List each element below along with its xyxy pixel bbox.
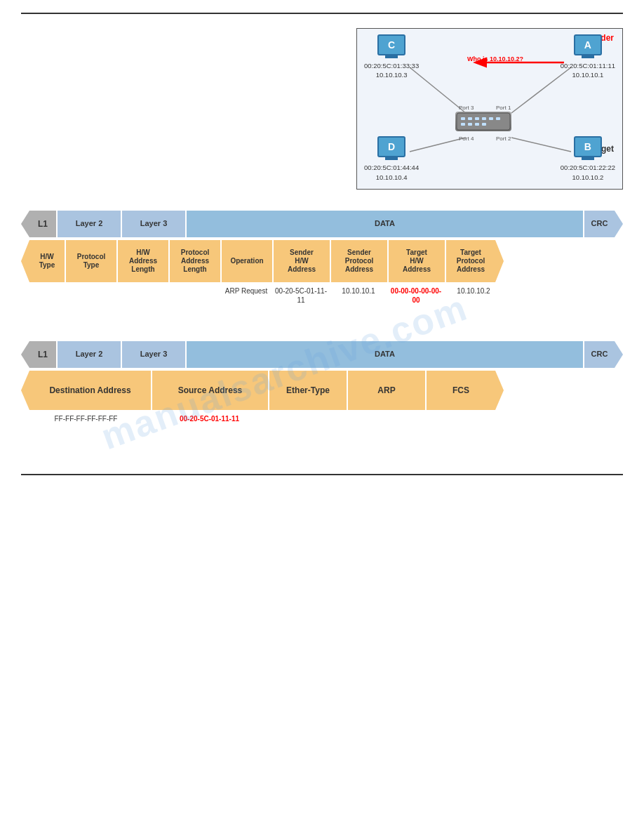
val-protocol-type xyxy=(65,285,116,306)
computer-icon-a: A xyxy=(574,34,602,55)
switch-icon xyxy=(455,112,511,131)
layer3-cell-eth: Layer 3 xyxy=(122,341,185,368)
network-diagram: Sender A 00:20:5C:01:11:1110.10.10.1 C 0… xyxy=(356,28,623,190)
layer2-cell-arp: Layer 2 xyxy=(58,211,121,237)
layer2-cell-eth: Layer 2 xyxy=(58,341,121,368)
sender-protocol-address-cell: Sender Protocol Address xyxy=(331,240,387,282)
val-target-proto: 10.10.10.2 xyxy=(445,285,502,306)
svg-rect-7 xyxy=(468,117,472,120)
network-diagram-container: Sender A 00:20:5C:01:11:1110.10.10.1 C 0… xyxy=(21,28,623,190)
val-ether-type xyxy=(268,413,347,425)
dest-addr-cell: Destination Address xyxy=(21,371,151,410)
l1-cell: L1 xyxy=(21,211,56,237)
node-b-label: 00:20:5C:01:22:2210.10.10.2 xyxy=(561,163,615,182)
port1-label: Port 1 xyxy=(496,105,511,111)
svg-rect-10 xyxy=(489,117,493,120)
val-dest-addr: FF-FF-FF-FF-FF-FF xyxy=(21,413,151,425)
val-src-addr: 00-20-5C-01-11-11 xyxy=(151,413,268,425)
page-content: Sender A 00:20:5C:01:11:1110.10.10.1 C 0… xyxy=(0,14,644,446)
bottom-rule xyxy=(21,474,623,475)
svg-rect-11 xyxy=(496,117,500,120)
val-sender-proto: 10.10.10.1 xyxy=(330,285,387,306)
data-cell-eth: DATA xyxy=(187,341,583,368)
crc-cell-eth: CRC xyxy=(584,341,623,368)
svg-rect-12 xyxy=(461,123,465,126)
hw-address-length-cell: H/W Address Length xyxy=(118,240,168,282)
svg-rect-13 xyxy=(468,123,472,126)
node-b: B 00:20:5C:01:22:2210.10.10.2 xyxy=(561,136,615,182)
val-hw-type xyxy=(21,285,65,306)
svg-rect-15 xyxy=(482,123,486,126)
eth-row2: Destination Address Source Address Ether… xyxy=(21,371,623,410)
hw-type-cell: H/W Type xyxy=(21,240,65,282)
arp-row2: H/W Type Protocol Type H/W Address Lengt… xyxy=(21,240,623,282)
ethernet-section: L1 Layer 2 Layer 3 DATA CRC Destination … xyxy=(21,341,623,425)
protocol-address-length-cell: Protocol Address Length xyxy=(170,240,220,282)
val-arp xyxy=(347,413,425,425)
eth-row1: L1 Layer 2 Layer 3 DATA CRC xyxy=(21,341,623,368)
val-fcs xyxy=(425,413,504,425)
val-target-hw: 00-00-00-00-00-00 xyxy=(387,285,445,306)
src-addr-cell: Source Address xyxy=(152,371,268,410)
val-proto-addr-len xyxy=(168,285,220,306)
svg-rect-5 xyxy=(457,113,510,130)
protocol-type-cell: Protocol Type xyxy=(66,240,116,282)
svg-rect-14 xyxy=(475,123,479,126)
arp-cell: ARP xyxy=(348,371,425,410)
computer-icon-c: C xyxy=(377,34,405,55)
arp-row2-values: ARP Request 00-20-5C-01-11-11 10.10.10.1… xyxy=(21,285,623,306)
arp-row1: L1 Layer 2 Layer 3 DATA CRC xyxy=(21,211,623,237)
sender-hw-address-cell: Sender H/W Address xyxy=(274,240,330,282)
layer3-cell-arp: Layer 3 xyxy=(122,211,185,237)
node-c-label: 00:20:5C:01:33:3310.10.10.3 xyxy=(364,61,419,80)
crc-cell-arp: CRC xyxy=(584,211,623,237)
val-operation: ARP Request xyxy=(220,285,272,306)
ether-type-cell: Ether-Type xyxy=(269,371,347,410)
eth-row2-values: FF-FF-FF-FF-FF-FF 00-20-5C-01-11-11 xyxy=(21,413,623,425)
port4-label: Port 4 xyxy=(459,135,474,142)
arp-section: L1 Layer 2 Layer 3 DATA CRC H/W Type Pro… xyxy=(21,211,623,306)
node-c: C 00:20:5C:01:33:3310.10.10.3 xyxy=(364,34,419,80)
data-cell-arp: DATA xyxy=(187,211,583,237)
svg-rect-6 xyxy=(461,117,465,120)
computer-icon-b: B xyxy=(574,136,602,157)
val-sender-hw: 00-20-5C-01-11-11 xyxy=(272,285,330,306)
node-a: A 00:20:5C:01:11:1110.10.10.1 xyxy=(561,34,615,80)
node-d: D 00:20:5C:01:44:4410.10.10.4 xyxy=(364,136,419,182)
node-d-label: 00:20:5C:01:44:4410.10.10.4 xyxy=(364,163,419,182)
computer-icon-d: D xyxy=(377,136,405,157)
svg-rect-8 xyxy=(475,117,479,120)
port2-label: Port 2 xyxy=(496,135,511,142)
target-protocol-address-cell: Target Protocol Address xyxy=(446,240,504,282)
val-hw-addr-len xyxy=(116,285,168,306)
operation-cell: Operation xyxy=(222,240,272,282)
l1-cell-eth: L1 xyxy=(21,341,56,368)
node-a-label: 00:20:5C:01:11:1110.10.10.1 xyxy=(561,61,615,80)
port3-label: Port 3 xyxy=(459,105,474,111)
fcs-cell: FCS xyxy=(427,371,504,410)
target-hw-address-cell: Target H/W Address xyxy=(389,240,445,282)
svg-rect-9 xyxy=(482,117,486,120)
who-is-label: Who is 10.10.10.2? xyxy=(467,55,523,62)
